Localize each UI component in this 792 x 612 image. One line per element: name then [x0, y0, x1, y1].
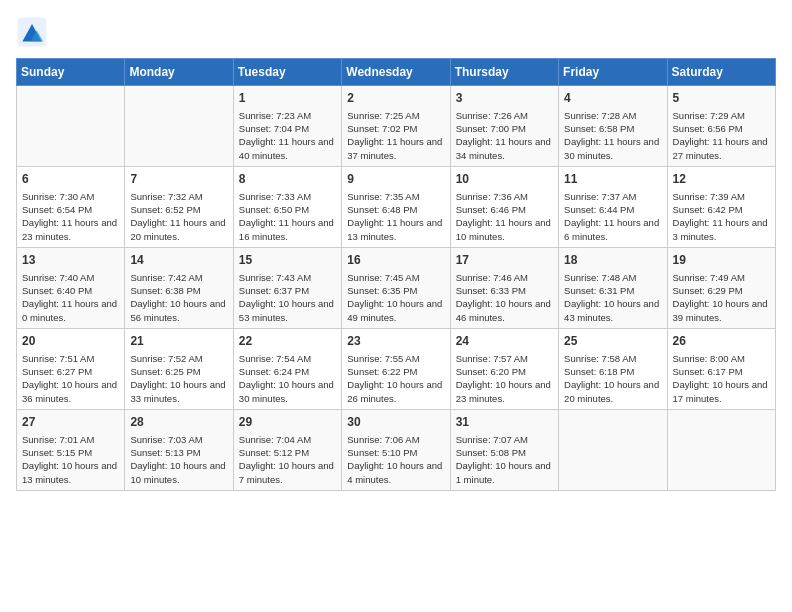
calendar-week-4: 20Sunrise: 7:51 AM Sunset: 6:27 PM Dayli…: [17, 328, 776, 409]
day-number: 26: [673, 333, 770, 350]
calendar-cell: 16Sunrise: 7:45 AM Sunset: 6:35 PM Dayli…: [342, 247, 450, 328]
calendar-cell: 23Sunrise: 7:55 AM Sunset: 6:22 PM Dayli…: [342, 328, 450, 409]
calendar-cell: 29Sunrise: 7:04 AM Sunset: 5:12 PM Dayli…: [233, 409, 341, 490]
day-info: Sunrise: 7:01 AM Sunset: 5:15 PM Dayligh…: [22, 433, 119, 486]
day-info: Sunrise: 7:03 AM Sunset: 5:13 PM Dayligh…: [130, 433, 227, 486]
day-number: 15: [239, 252, 336, 269]
calendar-cell: 6Sunrise: 7:30 AM Sunset: 6:54 PM Daylig…: [17, 166, 125, 247]
day-number: 23: [347, 333, 444, 350]
calendar-cell: 7Sunrise: 7:32 AM Sunset: 6:52 PM Daylig…: [125, 166, 233, 247]
day-number: 10: [456, 171, 553, 188]
day-number: 8: [239, 171, 336, 188]
calendar-cell: 28Sunrise: 7:03 AM Sunset: 5:13 PM Dayli…: [125, 409, 233, 490]
day-number: 12: [673, 171, 770, 188]
day-number: 31: [456, 414, 553, 431]
calendar-cell: 4Sunrise: 7:28 AM Sunset: 6:58 PM Daylig…: [559, 86, 667, 167]
day-number: 4: [564, 90, 661, 107]
calendar-cell: 5Sunrise: 7:29 AM Sunset: 6:56 PM Daylig…: [667, 86, 775, 167]
day-info: Sunrise: 7:25 AM Sunset: 7:02 PM Dayligh…: [347, 109, 444, 162]
day-number: 28: [130, 414, 227, 431]
day-number: 13: [22, 252, 119, 269]
calendar-week-5: 27Sunrise: 7:01 AM Sunset: 5:15 PM Dayli…: [17, 409, 776, 490]
weekday-header-row: SundayMondayTuesdayWednesdayThursdayFrid…: [17, 59, 776, 86]
calendar-cell: 24Sunrise: 7:57 AM Sunset: 6:20 PM Dayli…: [450, 328, 558, 409]
calendar-header: SundayMondayTuesdayWednesdayThursdayFrid…: [17, 59, 776, 86]
day-info: Sunrise: 7:46 AM Sunset: 6:33 PM Dayligh…: [456, 271, 553, 324]
day-info: Sunrise: 7:35 AM Sunset: 6:48 PM Dayligh…: [347, 190, 444, 243]
day-info: Sunrise: 7:42 AM Sunset: 6:38 PM Dayligh…: [130, 271, 227, 324]
day-number: 30: [347, 414, 444, 431]
day-info: Sunrise: 7:57 AM Sunset: 6:20 PM Dayligh…: [456, 352, 553, 405]
calendar-cell: 13Sunrise: 7:40 AM Sunset: 6:40 PM Dayli…: [17, 247, 125, 328]
day-info: Sunrise: 7:52 AM Sunset: 6:25 PM Dayligh…: [130, 352, 227, 405]
day-info: Sunrise: 7:23 AM Sunset: 7:04 PM Dayligh…: [239, 109, 336, 162]
day-info: Sunrise: 7:51 AM Sunset: 6:27 PM Dayligh…: [22, 352, 119, 405]
logo-icon: [16, 16, 48, 48]
calendar-week-2: 6Sunrise: 7:30 AM Sunset: 6:54 PM Daylig…: [17, 166, 776, 247]
day-number: 29: [239, 414, 336, 431]
day-info: Sunrise: 8:00 AM Sunset: 6:17 PM Dayligh…: [673, 352, 770, 405]
weekday-header-saturday: Saturday: [667, 59, 775, 86]
day-number: 14: [130, 252, 227, 269]
calendar-cell: 3Sunrise: 7:26 AM Sunset: 7:00 PM Daylig…: [450, 86, 558, 167]
day-number: 20: [22, 333, 119, 350]
day-number: 6: [22, 171, 119, 188]
day-info: Sunrise: 7:04 AM Sunset: 5:12 PM Dayligh…: [239, 433, 336, 486]
day-info: Sunrise: 7:26 AM Sunset: 7:00 PM Dayligh…: [456, 109, 553, 162]
calendar-cell: 22Sunrise: 7:54 AM Sunset: 6:24 PM Dayli…: [233, 328, 341, 409]
calendar-cell: 15Sunrise: 7:43 AM Sunset: 6:37 PM Dayli…: [233, 247, 341, 328]
day-info: Sunrise: 7:07 AM Sunset: 5:08 PM Dayligh…: [456, 433, 553, 486]
logo: [16, 16, 54, 48]
calendar-cell: [125, 86, 233, 167]
day-number: 2: [347, 90, 444, 107]
calendar-cell: 11Sunrise: 7:37 AM Sunset: 6:44 PM Dayli…: [559, 166, 667, 247]
day-number: 18: [564, 252, 661, 269]
day-number: 9: [347, 171, 444, 188]
day-info: Sunrise: 7:45 AM Sunset: 6:35 PM Dayligh…: [347, 271, 444, 324]
calendar-cell: 31Sunrise: 7:07 AM Sunset: 5:08 PM Dayli…: [450, 409, 558, 490]
day-number: 22: [239, 333, 336, 350]
day-number: 3: [456, 90, 553, 107]
calendar-cell: 26Sunrise: 8:00 AM Sunset: 6:17 PM Dayli…: [667, 328, 775, 409]
day-info: Sunrise: 7:49 AM Sunset: 6:29 PM Dayligh…: [673, 271, 770, 324]
calendar-cell: [667, 409, 775, 490]
calendar-cell: 12Sunrise: 7:39 AM Sunset: 6:42 PM Dayli…: [667, 166, 775, 247]
calendar-cell: 9Sunrise: 7:35 AM Sunset: 6:48 PM Daylig…: [342, 166, 450, 247]
calendar-cell: 2Sunrise: 7:25 AM Sunset: 7:02 PM Daylig…: [342, 86, 450, 167]
day-info: Sunrise: 7:36 AM Sunset: 6:46 PM Dayligh…: [456, 190, 553, 243]
day-number: 21: [130, 333, 227, 350]
calendar-cell: [559, 409, 667, 490]
calendar-table: SundayMondayTuesdayWednesdayThursdayFrid…: [16, 58, 776, 491]
day-number: 11: [564, 171, 661, 188]
calendar-body: 1Sunrise: 7:23 AM Sunset: 7:04 PM Daylig…: [17, 86, 776, 491]
day-number: 24: [456, 333, 553, 350]
day-info: Sunrise: 7:37 AM Sunset: 6:44 PM Dayligh…: [564, 190, 661, 243]
weekday-header-sunday: Sunday: [17, 59, 125, 86]
calendar-cell: [17, 86, 125, 167]
day-number: 5: [673, 90, 770, 107]
day-info: Sunrise: 7:29 AM Sunset: 6:56 PM Dayligh…: [673, 109, 770, 162]
calendar-cell: 10Sunrise: 7:36 AM Sunset: 6:46 PM Dayli…: [450, 166, 558, 247]
calendar-cell: 19Sunrise: 7:49 AM Sunset: 6:29 PM Dayli…: [667, 247, 775, 328]
day-number: 19: [673, 252, 770, 269]
day-number: 17: [456, 252, 553, 269]
day-number: 1: [239, 90, 336, 107]
day-number: 16: [347, 252, 444, 269]
calendar-cell: 30Sunrise: 7:06 AM Sunset: 5:10 PM Dayli…: [342, 409, 450, 490]
weekday-header-wednesday: Wednesday: [342, 59, 450, 86]
calendar-cell: 18Sunrise: 7:48 AM Sunset: 6:31 PM Dayli…: [559, 247, 667, 328]
weekday-header-thursday: Thursday: [450, 59, 558, 86]
day-info: Sunrise: 7:55 AM Sunset: 6:22 PM Dayligh…: [347, 352, 444, 405]
weekday-header-monday: Monday: [125, 59, 233, 86]
calendar-cell: 25Sunrise: 7:58 AM Sunset: 6:18 PM Dayli…: [559, 328, 667, 409]
day-info: Sunrise: 7:33 AM Sunset: 6:50 PM Dayligh…: [239, 190, 336, 243]
weekday-header-friday: Friday: [559, 59, 667, 86]
day-info: Sunrise: 7:43 AM Sunset: 6:37 PM Dayligh…: [239, 271, 336, 324]
header: [16, 16, 776, 48]
calendar-cell: 14Sunrise: 7:42 AM Sunset: 6:38 PM Dayli…: [125, 247, 233, 328]
day-info: Sunrise: 7:06 AM Sunset: 5:10 PM Dayligh…: [347, 433, 444, 486]
calendar-cell: 20Sunrise: 7:51 AM Sunset: 6:27 PM Dayli…: [17, 328, 125, 409]
weekday-header-tuesday: Tuesday: [233, 59, 341, 86]
calendar-cell: 21Sunrise: 7:52 AM Sunset: 6:25 PM Dayli…: [125, 328, 233, 409]
day-info: Sunrise: 7:28 AM Sunset: 6:58 PM Dayligh…: [564, 109, 661, 162]
